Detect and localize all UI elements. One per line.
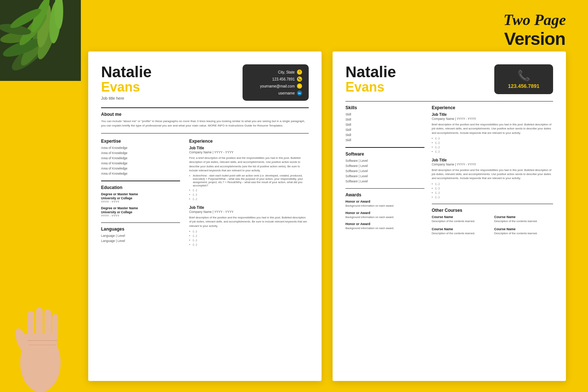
page2-name-section: Natalie Evans [345,64,396,95]
job1-title: Job Title [189,146,309,150]
page2-two-col: Skills Skill Skill Skill Skill Skill Ski… [345,105,553,240]
contact-phone: 123.456.7891 📞 [249,76,302,82]
version-line1: Two Page [503,11,566,29]
contact-box: City, State 📍 123.456.7891 📞 yourname@ma… [243,64,309,101]
skill-5: Skill [345,133,424,137]
expertise-title: Expertise [101,139,180,144]
software-5: Software | Level [345,179,424,183]
other-courses-title: Other Courses [432,208,553,213]
page2-job1-desc: Brief description of the position and th… [432,122,553,135]
course-3: Course Name Description of the contents … [432,227,491,236]
svg-rect-17 [44,309,51,339]
awards-section: Awards Honor or Award Background informa… [345,192,424,231]
edu-degree-1: Degree or Master Name [101,192,180,196]
two-col-layout: Expertise Area of Knowledge Area of Know… [101,139,309,251]
course-2: Course Name Description of the contents … [494,215,553,224]
skill-1: Skill [345,113,424,116]
other-courses-section: Other Courses Course Name Description of… [432,208,553,235]
expertise-item-4: Area of Knowledge [101,161,180,165]
expertise-section: Expertise Area of Knowledge Area of Know… [101,139,180,175]
expertise-divider [101,181,180,181]
page2-phone: 123.456.7891 [508,83,539,89]
page2-right-col: Experience Job Title Company Name | YYYY… [432,105,553,240]
software-3: Software | Level [345,169,424,173]
contact-username-text: username [279,91,295,95]
course-4: Course Name Description of the contents … [494,227,553,236]
page2-job2-desc: Brief description of the position and th… [432,168,553,181]
job2-bullet-1: (...) [189,229,309,233]
page2-job1-b4: (...) [432,150,553,153]
version-line2: Version [503,29,566,49]
software-title: Software [345,152,424,157]
courses-grid: Course Name Description of the contents … [432,215,553,235]
page2-job2-b1: (...) [432,182,553,185]
page2-first-name: Natalie [345,64,396,80]
award-3-desc: Background information on each award. [345,227,424,231]
page2-last-name: Evans [345,80,396,95]
award-2-name: Honor or Award [345,211,424,215]
svg-rect-18 [52,314,58,340]
page2-job2-b2: (...) [432,186,553,190]
first-name: Natalie [101,64,152,80]
job2-bullet-4: (...) [189,243,309,246]
software-2: Software | Level [345,164,424,168]
course-1-name: Course Name [432,215,491,219]
award-2-desc: Background information on each award. [345,215,424,220]
plant-decoration [0,0,81,81]
about-text: You can include "about me" or "profile" … [101,119,309,128]
education-section: Education Degree or Master Name Universi… [101,185,180,217]
right-column: Experience Job Title Company Name | YYYY… [189,139,309,251]
job-title: Job title here [101,96,152,100]
left-column: Expertise Area of Knowledge Area of Know… [101,139,180,251]
job1-bullet-1: (...) [189,188,309,192]
about-divider [101,133,309,134]
page2-exp-divider [432,204,553,204]
software-section: Software Software | Level Software | Lev… [345,152,424,183]
about-section: About me You can include "about me" or "… [101,112,309,128]
award-3-name: Honor or Award [345,222,424,226]
pages-container: Natalie Evans Job title here City, State… [88,51,566,381]
last-name: Evans [101,80,152,95]
edu-year-1: YYYY - YYYY [101,200,180,203]
page2-job1-b1: (...) [432,136,553,140]
job1-desc: First, a brief description of the positi… [189,156,309,172]
about-title: About me [101,112,309,117]
job2-desc: Brief description of the position and th… [189,215,309,228]
contact-city: City, State 📍 [249,70,302,75]
page2-job-1: Job Title Company Name | YYYY - YYYY Bri… [432,113,553,153]
course-2-name: Course Name [494,215,553,219]
edu-university-2: University or College [101,210,180,214]
job1-bullet-2: (...) [189,193,309,196]
page2-header-divider [345,101,553,102]
award-1-desc: Background information on each award. [345,204,424,208]
course-3-name: Course Name [432,227,491,231]
contact-email: yourname@mail.com ✉ [249,83,302,89]
expertise-item-3: Area of Knowledge [101,156,180,160]
job1-bullet-3: (...) [189,197,309,200]
course-3-desc: Description of the contents learned. [432,232,491,236]
course-1: Course Name Description of the contents … [432,215,491,224]
job2-bullet-3: (...) [189,238,309,242]
contact-phone-text: 123.456.7891 [272,77,295,81]
skill-3: Skill [345,123,424,126]
resume-page-1: Natalie Evans Job title here City, State… [88,51,322,381]
job1-bullet-main: Action/How - start each bullet point wit… [189,174,309,187]
job2-company: Company Name | YYYY - YYYY [189,210,309,214]
software-1: Software | Level [345,159,424,163]
page2-job1-b2: (...) [432,141,553,144]
course-2-desc: Description of the contents learned. [494,220,553,224]
page2-job2-title: Job Title [432,158,553,162]
phone-icon: 📞 [297,76,302,82]
page2-job1-company: Company Name | YYYY - YYYY [432,117,553,121]
location-icon: 📍 [297,70,302,75]
contact-email-text: yourname@mail.com [260,84,295,88]
header-divider [101,107,309,108]
experience-title: Experience [189,139,309,144]
contact-city-text: City, State [278,70,295,74]
software-4: Software | Level [345,174,424,178]
job2-title: Job Title [189,206,309,210]
skills-title: Skills [345,105,424,110]
languages-title: Languages [101,227,180,232]
page2-header: Natalie Evans 📞 123.456.7891 [345,64,553,95]
job-1: Job Title Company Name | YYYY - YYYY Fir… [189,146,309,200]
